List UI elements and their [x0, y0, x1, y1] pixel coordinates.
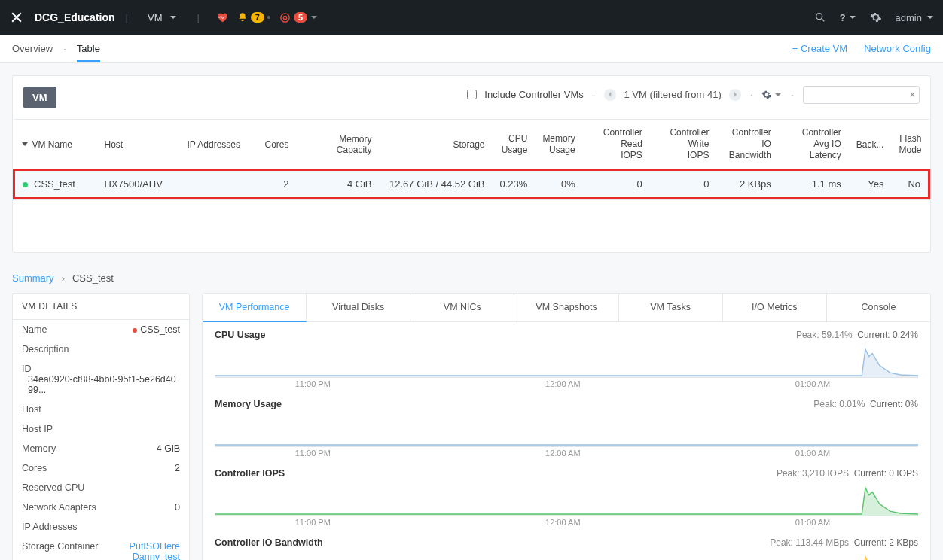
chart-block: Controller IO BandwidthPeak: 113.44 MBps… — [203, 530, 930, 560]
critical-group[interactable]: 5 — [279, 12, 318, 23]
vm-table: VM Name Host IP Addresses Cores Memory C… — [13, 119, 930, 199]
gear-icon — [761, 90, 772, 100]
col-host[interactable]: Host — [97, 120, 180, 170]
detail-row: Host IP — [13, 419, 189, 439]
lifebuoy-icon — [279, 12, 291, 23]
tab-table[interactable]: Table — [77, 35, 100, 62]
chevron-down-icon — [169, 14, 177, 21]
vm-details-panel: VM DETAILS NameCSS_testDescriptionID34ea… — [12, 293, 190, 560]
tab-overview[interactable]: Overview — [12, 35, 53, 62]
search-icon[interactable] — [814, 11, 826, 23]
detail-row: Network Adapters0 — [13, 498, 189, 517]
detail-row: IP Addresses — [13, 517, 189, 537]
search-input[interactable] — [803, 86, 920, 104]
details-title: VM DETAILS — [13, 294, 189, 320]
col-cpu[interactable]: CPUUsage — [493, 120, 536, 170]
vm-performance-panel: VM PerformanceVirtual DisksVM NICsVM Sna… — [202, 293, 931, 560]
breadcrumb-current: CSS_test — [72, 272, 114, 284]
perf-tabs: VM PerformanceVirtual DisksVM NICsVM Sna… — [203, 294, 930, 322]
chevron-down-icon — [926, 14, 934, 21]
col-cwiops[interactable]: Controller WriteIOPS — [650, 120, 717, 170]
perf-tab[interactable]: Virtual Disks — [307, 294, 410, 321]
col-mem[interactable]: Memory Capacity — [297, 120, 380, 170]
chevron-down-icon — [849, 14, 856, 21]
col-memu[interactable]: MemoryUsage — [535, 120, 582, 170]
col-ip[interactable]: IP Addresses — [180, 120, 255, 170]
col-vmname[interactable]: VM Name — [14, 120, 97, 170]
perf-tab[interactable]: VM Snapshots — [514, 294, 618, 321]
chart-block: Controller IOPSPeak: 3,210 IOPS Current:… — [203, 461, 930, 530]
vm-table-panel: VM Include Controller VMs · 1 VM (filter… — [12, 75, 931, 253]
perf-tab[interactable]: VM Performance — [203, 294, 307, 322]
col-cbw[interactable]: Controller IOBandwidth — [716, 120, 778, 170]
perf-tab[interactable]: I/O Metrics — [723, 294, 827, 321]
detail-row: NameCSS_test — [13, 320, 189, 339]
include-cvm-checkbox[interactable] — [467, 90, 477, 99]
table-settings[interactable] — [761, 90, 782, 100]
network-config-button[interactable]: Network Config — [864, 43, 931, 54]
pager-prev[interactable] — [604, 89, 616, 101]
chevron-down-icon — [310, 14, 318, 21]
status-icons: 7 5 — [216, 11, 318, 23]
chevron-right-icon: › — [62, 272, 65, 284]
svg-point-0 — [281, 13, 289, 21]
top-nav: DCG_Education | VM | 7 5 ? — [0, 0, 943, 35]
help-dropdown[interactable]: ? — [840, 12, 856, 23]
context-dropdown[interactable]: VM — [139, 12, 187, 23]
search-box: × — [803, 86, 920, 104]
bell-icon — [237, 12, 248, 23]
col-criops[interactable]: Controller ReadIOPS — [583, 120, 650, 170]
detail-row: Host — [13, 400, 189, 419]
svg-point-2 — [816, 14, 822, 20]
col-back[interactable]: Back... — [849, 120, 892, 170]
table-empty-area — [13, 199, 930, 252]
create-vm-button[interactable]: Create VM — [792, 43, 847, 54]
include-cvm-label: Include Controller VMs — [484, 89, 584, 100]
col-cores[interactable]: Cores — [255, 120, 297, 170]
clear-search-icon[interactable]: × — [909, 89, 915, 100]
logo-icon — [9, 10, 24, 25]
col-storage[interactable]: Storage — [380, 120, 493, 170]
alert-group[interactable]: 7 — [237, 12, 270, 23]
detail-row: Memory4 GiB — [13, 439, 189, 458]
detail-row: Storage ContainerPutISOHereDanny_test — [13, 537, 189, 560]
sort-desc-icon — [22, 142, 28, 146]
perf-tab[interactable]: VM NICs — [410, 294, 514, 321]
status-dot-icon — [23, 182, 28, 187]
perf-tab[interactable]: Console — [827, 294, 930, 321]
table-row[interactable]: CSS_test HX7500/AHV 2 4 GiB 12.67 GiB / … — [14, 170, 929, 199]
chevron-down-icon — [774, 91, 782, 99]
sub-nav: Overview · Table Create VM Network Confi… — [0, 35, 943, 63]
chart-block: CPU UsagePeak: 59.14% Current: 0.24%11:0… — [203, 322, 930, 391]
table-toolbar: Include Controller VMs · 1 VM (filtered … — [456, 86, 930, 110]
cluster-name[interactable]: DCG_Education — [35, 11, 115, 23]
pager-next[interactable] — [729, 89, 741, 101]
svg-point-1 — [283, 16, 286, 19]
vm-chip[interactable]: VM — [23, 87, 56, 108]
detail-row: Reserved CPU — [13, 478, 189, 498]
detail-row: ID34ea0920-cf88-4bb0-95f1-5e26d4099... — [13, 359, 189, 400]
filter-text: 1 VM (filtered from 41) — [624, 89, 721, 100]
perf-tab[interactable]: VM Tasks — [619, 294, 723, 321]
breadcrumb: Summary › CSS_test — [0, 265, 943, 284]
col-flash[interactable]: FlashMode — [891, 120, 929, 170]
detail-row: Cores2 — [13, 458, 189, 478]
user-dropdown[interactable]: admin — [896, 12, 934, 23]
breadcrumb-summary[interactable]: Summary — [12, 272, 54, 284]
col-clat[interactable]: Controller Avg IOLatency — [779, 120, 849, 170]
detail-row: Description — [13, 339, 189, 359]
chart-block: Memory UsagePeak: 0.01% Current: 0%11:00… — [203, 391, 930, 461]
gear-icon[interactable] — [870, 11, 882, 23]
heart-icon[interactable] — [216, 11, 228, 23]
